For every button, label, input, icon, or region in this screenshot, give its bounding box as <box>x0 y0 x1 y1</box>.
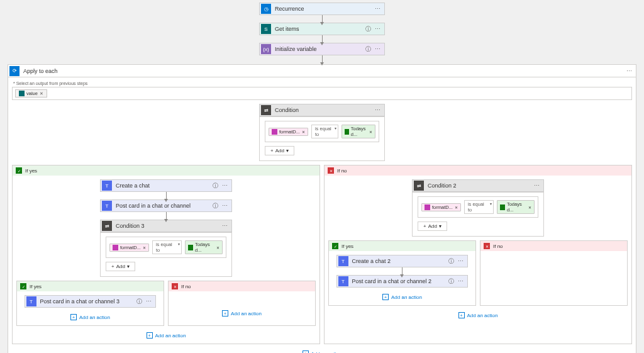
add-action-link[interactable]: +Add an action <box>458 312 498 318</box>
branch-if-no-3: ✕If no +Add an action <box>168 281 316 326</box>
token-dot-icon <box>19 91 25 96</box>
operand-right[interactable]: Todays d...✕ <box>341 125 375 138</box>
menu-icon[interactable]: ⋯ <box>375 6 380 12</box>
arrow-icon <box>322 55 323 63</box>
menu-icon[interactable]: ⋯ <box>458 258 464 264</box>
menu-icon[interactable]: ⋯ <box>222 182 228 189</box>
menu-icon[interactable]: ⋯ <box>146 298 152 305</box>
add-action-link[interactable]: +Add an action <box>147 332 186 339</box>
menu-icon[interactable]: ⋯ <box>375 26 380 32</box>
action-condition-2[interactable]: ⇄ Condition 2 ⋯ <box>412 179 544 192</box>
info-icon[interactable]: ⓘ <box>213 202 218 210</box>
sharepoint-icon: S <box>261 24 271 34</box>
branch-if-yes-3: ✓If yes T Post card in a chat or channel… <box>16 281 164 326</box>
action-title: Initialize variable <box>275 46 362 52</box>
branch-if-yes: ✓ If yes T Create a chat ⓘ ⋯ T <box>12 165 320 344</box>
add-condition-button[interactable]: + Add ▾ <box>106 262 135 271</box>
loop-icon: ⟳ <box>9 66 19 76</box>
menu-icon[interactable]: ⋯ <box>375 46 380 52</box>
cross-icon: ✕ <box>172 283 178 289</box>
menu-icon[interactable]: ⋯ <box>222 223 228 229</box>
condition-row: formatD...✕ is equal to Todays d...✕ <box>418 196 538 218</box>
check-icon: ✓ <box>20 283 26 289</box>
action-title: Recurrence <box>275 6 371 12</box>
branch-header-yes: ✓ If yes <box>13 165 319 176</box>
arrow-icon <box>166 192 167 199</box>
operand-left[interactable]: formatD...✕ <box>109 244 149 252</box>
operand-left[interactable]: formatD...✕ <box>421 203 461 211</box>
arrow-icon <box>166 212 167 220</box>
arrow-icon <box>402 267 402 275</box>
action-condition[interactable]: ⇄ Condition ⋯ <box>259 104 385 116</box>
remove-token-icon[interactable]: ✕ <box>40 91 43 96</box>
operand-right[interactable]: Todays d...✕ <box>185 240 223 254</box>
condition-icon: ⇄ <box>102 221 112 231</box>
arrow-icon <box>322 35 323 43</box>
teams-icon: T <box>102 201 112 211</box>
operand-left[interactable]: formatD...✕ <box>269 128 308 136</box>
info-icon[interactable]: ⓘ <box>448 257 454 266</box>
info-icon[interactable]: ⓘ <box>448 277 454 286</box>
branch-if-no: ✕ If no ⇄ Condition 2 ⋯ <box>324 165 632 344</box>
add-action-link[interactable]: +Add an action <box>303 350 342 353</box>
info-icon[interactable]: ⓘ <box>213 182 218 190</box>
add-condition-button[interactable]: + Add ▾ <box>265 146 294 155</box>
operator-select[interactable]: is equal to <box>464 200 494 214</box>
condition-icon: ⇄ <box>414 181 424 191</box>
action-create-chat-2[interactable]: T Create a chat 2 ⓘ ⋯ <box>336 255 469 267</box>
arrow-icon <box>322 15 323 23</box>
teams-icon: T <box>338 256 348 266</box>
cross-icon: ✕ <box>484 243 490 249</box>
condition-row: formatD...✕ is equal to Todays d...✕ <box>106 237 226 258</box>
add-action-link[interactable]: +Add an action <box>70 314 110 320</box>
menu-icon[interactable]: ⋯ <box>534 182 540 189</box>
menu-icon[interactable]: ⋯ <box>222 203 228 209</box>
action-create-chat[interactable]: T Create a chat ⓘ ⋯ <box>100 179 232 192</box>
foreach-input[interactable]: value ✕ <box>12 87 632 100</box>
token-value[interactable]: value ✕ <box>15 89 47 98</box>
input-hint: * Select an output from previous steps <box>12 80 632 87</box>
scope-apply-to-each: ⟳ Apply to each ⋯ * Select an output fro… <box>8 64 636 353</box>
check-icon: ✓ <box>16 167 22 174</box>
menu-icon[interactable]: ⋯ <box>375 107 380 113</box>
action-post-card-3[interactable]: T Post card in a chat or channel 3 ⓘ ⋯ <box>25 295 157 308</box>
operator-select[interactable]: is equal to <box>152 240 182 254</box>
check-icon: ✓ <box>332 243 338 249</box>
menu-icon[interactable]: ⋯ <box>626 68 632 74</box>
action-recurrence[interactable]: ◷ Recurrence ⋯ <box>259 3 385 15</box>
cross-icon: ✕ <box>328 167 334 174</box>
menu-icon[interactable]: ⋯ <box>458 278 464 284</box>
variable-icon: {x} <box>261 44 271 54</box>
teams-icon: T <box>102 181 112 191</box>
condition-row: formatD...✕ is equal to Todays d...✕ <box>265 121 379 142</box>
teams-icon: T <box>338 276 348 286</box>
clock-icon: ◷ <box>261 4 271 14</box>
info-icon[interactable]: ⓘ <box>365 45 371 53</box>
add-action-link[interactable]: +Add an action <box>382 294 422 300</box>
operand-right[interactable]: Todays d...✕ <box>497 200 535 214</box>
branch-if-yes-2: ✓If yes T Create a chat 2 ⓘ ⋯ <box>328 240 476 306</box>
scope-header-apply-to-each[interactable]: ⟳ Apply to each ⋯ <box>8 65 636 77</box>
info-icon[interactable]: ⓘ <box>365 25 371 33</box>
action-title: Get items <box>275 26 362 32</box>
add-condition-button[interactable]: + Add ▾ <box>418 221 447 231</box>
scope-title: Apply to each <box>23 68 58 74</box>
action-title: Condition <box>275 107 371 113</box>
teams-icon: T <box>26 296 36 306</box>
add-action-link[interactable]: +Add an action <box>222 310 262 317</box>
condition-icon: ⇄ <box>261 105 271 115</box>
branch-header-no: ✕ If no <box>325 165 631 176</box>
info-icon[interactable]: ⓘ <box>136 298 142 306</box>
operator-select[interactable]: is equal to <box>311 125 338 138</box>
branch-if-no-2: ✕If no <box>480 240 628 306</box>
